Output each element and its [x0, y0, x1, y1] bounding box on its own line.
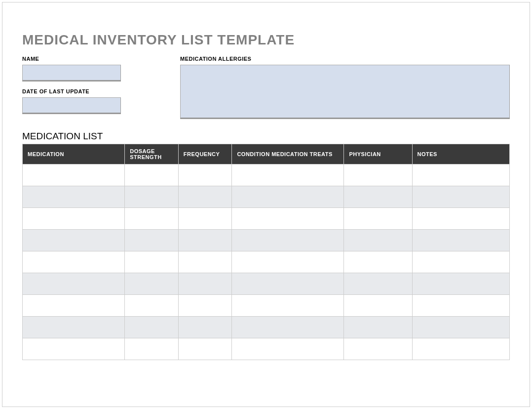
cell-notes[interactable]: [412, 317, 509, 338]
allergies-label: MEDICATION ALLERGIES: [180, 56, 510, 62]
header-fields: NAME DATE OF LAST UPDATE MEDICATION ALLE…: [22, 56, 510, 121]
cell-medication[interactable]: [23, 164, 125, 186]
date-label: DATE OF LAST UPDATE: [22, 88, 180, 94]
cell-frequency[interactable]: [178, 338, 232, 360]
section-label: MEDICATION LIST: [22, 131, 510, 142]
left-column: NAME DATE OF LAST UPDATE: [22, 56, 180, 121]
cell-notes[interactable]: [412, 338, 509, 360]
cell-condition[interactable]: [232, 317, 344, 338]
cell-frequency[interactable]: [178, 208, 232, 230]
name-label: NAME: [22, 56, 180, 62]
cell-medication[interactable]: [23, 186, 125, 208]
cell-condition[interactable]: [232, 208, 344, 230]
cell-medication[interactable]: [23, 338, 125, 360]
cell-notes[interactable]: [412, 164, 509, 186]
cell-medication[interactable]: [23, 251, 125, 273]
cell-dosage[interactable]: [125, 295, 179, 317]
cell-condition[interactable]: [232, 186, 344, 208]
table-row: [23, 186, 510, 208]
cell-physician[interactable]: [344, 230, 412, 251]
cell-medication[interactable]: [23, 295, 125, 317]
table-row: [23, 208, 510, 230]
date-input[interactable]: [22, 97, 121, 114]
cell-condition[interactable]: [232, 251, 344, 273]
cell-notes[interactable]: [412, 208, 509, 230]
right-column: MEDICATION ALLERGIES: [180, 56, 510, 121]
cell-frequency[interactable]: [178, 230, 232, 251]
cell-frequency[interactable]: [178, 251, 232, 273]
cell-medication[interactable]: [23, 230, 125, 251]
table-row: [23, 251, 510, 273]
cell-frequency[interactable]: [178, 273, 232, 295]
header-physician: PHYSICIAN: [344, 144, 412, 164]
header-dosage: DOSAGE STRENGTH: [125, 144, 179, 164]
cell-notes[interactable]: [412, 295, 509, 317]
cell-medication[interactable]: [23, 208, 125, 230]
cell-notes[interactable]: [412, 186, 509, 208]
cell-physician[interactable]: [344, 164, 412, 186]
cell-frequency[interactable]: [178, 186, 232, 208]
cell-medication[interactable]: [23, 317, 125, 338]
cell-dosage[interactable]: [125, 164, 179, 186]
page-title: MEDICAL INVENTORY LIST TEMPLATE: [22, 32, 510, 48]
cell-physician[interactable]: [344, 208, 412, 230]
cell-condition[interactable]: [232, 164, 344, 186]
cell-physician[interactable]: [344, 317, 412, 338]
cell-notes[interactable]: [412, 251, 509, 273]
cell-physician[interactable]: [344, 273, 412, 295]
cell-physician[interactable]: [344, 338, 412, 360]
allergies-input[interactable]: [180, 65, 510, 119]
cell-notes[interactable]: [412, 273, 509, 295]
cell-condition[interactable]: [232, 273, 344, 295]
page-container: MEDICAL INVENTORY LIST TEMPLATE NAME DAT…: [2, 2, 530, 407]
cell-condition[interactable]: [232, 295, 344, 317]
header-condition: CONDITION MEDICATION TREATS: [232, 144, 344, 164]
cell-frequency[interactable]: [178, 164, 232, 186]
medication-table: MEDICATION DOSAGE STRENGTH FREQUENCY CON…: [22, 144, 510, 360]
table-row: [23, 338, 510, 360]
cell-physician[interactable]: [344, 251, 412, 273]
cell-physician[interactable]: [344, 186, 412, 208]
table-row: [23, 295, 510, 317]
table-row: [23, 273, 510, 295]
cell-dosage[interactable]: [125, 230, 179, 251]
table-row: [23, 164, 510, 186]
cell-dosage[interactable]: [125, 251, 179, 273]
header-medication: MEDICATION: [23, 144, 125, 164]
table-row: [23, 317, 510, 338]
cell-dosage[interactable]: [125, 338, 179, 360]
cell-frequency[interactable]: [178, 295, 232, 317]
header-frequency: FREQUENCY: [178, 144, 232, 164]
table-header-row: MEDICATION DOSAGE STRENGTH FREQUENCY CON…: [23, 144, 510, 164]
cell-condition[interactable]: [232, 338, 344, 360]
cell-dosage[interactable]: [125, 186, 179, 208]
cell-physician[interactable]: [344, 295, 412, 317]
cell-dosage[interactable]: [125, 208, 179, 230]
header-notes: NOTES: [412, 144, 509, 164]
cell-dosage[interactable]: [125, 273, 179, 295]
cell-dosage[interactable]: [125, 317, 179, 338]
cell-notes[interactable]: [412, 230, 509, 251]
table-row: [23, 230, 510, 251]
cell-frequency[interactable]: [178, 317, 232, 338]
cell-medication[interactable]: [23, 273, 125, 295]
cell-condition[interactable]: [232, 230, 344, 251]
name-input[interactable]: [22, 65, 121, 82]
